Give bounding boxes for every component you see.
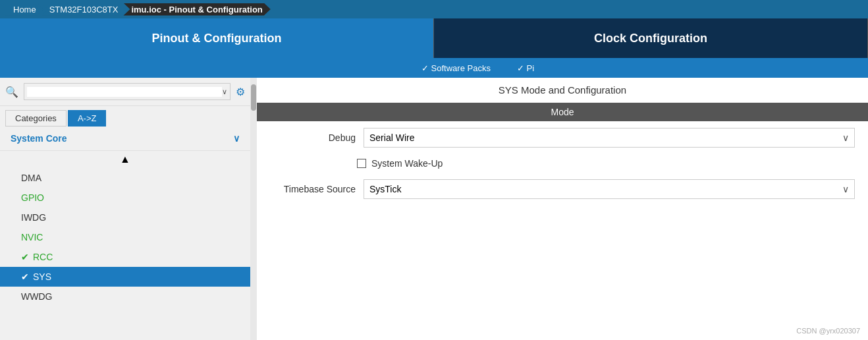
gpio-label: GPIO <box>21 192 44 203</box>
breadcrumb-device[interactable]: STM32F103C8TX <box>41 3 126 16</box>
gear-icon[interactable]: ⚙ <box>236 86 245 98</box>
search-icon: 🔍 <box>5 86 18 98</box>
timebase-chevron-icon: ∨ <box>842 184 849 194</box>
timebase-row: Timebase Source SysTick ∨ <box>257 173 868 206</box>
breadcrumb-current[interactable]: imu.ioc - Pinout & Configuration <box>123 3 270 16</box>
search-chevron-icon: ∨ <box>222 88 227 96</box>
system-core-header[interactable]: System Core ∨ <box>0 127 250 151</box>
rcc-label: RCC <box>33 252 53 262</box>
tab-categories[interactable]: Categories <box>5 110 67 127</box>
debug-select[interactable]: Serial Wire ∨ <box>364 128 855 148</box>
timebase-label: Timebase Source <box>270 184 356 194</box>
system-core-chevron-icon: ∨ <box>233 133 240 144</box>
search-input-wrap[interactable]: ∨ <box>24 83 231 100</box>
debug-row: Debug Serial Wire ∨ <box>257 121 868 154</box>
sidebar-scroll-thumb[interactable] <box>251 84 256 111</box>
search-bar: 🔍 ∨ ⚙ <box>0 78 250 106</box>
sub-tab-pi[interactable]: ✓ Pi <box>517 63 534 73</box>
list-item-dma[interactable]: DMA <box>0 168 250 188</box>
main-content: 🔍 ∨ ⚙ Categories A->Z System Core ∨ ▲ <box>0 78 868 340</box>
timebase-value: SysTick <box>369 184 401 194</box>
list-item-wwdg[interactable]: WWDG <box>0 287 250 306</box>
dma-label: DMA <box>21 173 41 183</box>
iwdg-label: IWDG <box>21 212 46 223</box>
sys-check-icon: ✔ <box>21 271 29 282</box>
category-tabs: Categories A->Z <box>0 106 250 127</box>
tab-pinout[interactable]: Pinout & Configuration <box>0 18 434 58</box>
timebase-select[interactable]: SysTick ∨ <box>364 179 855 199</box>
panel-title: SYS Mode and Configuration <box>257 78 868 103</box>
wwdg-label: WWDG <box>21 291 52 302</box>
system-wakeup-checkbox[interactable] <box>357 159 366 168</box>
breadcrumb-home[interactable]: Home <box>5 3 44 16</box>
sidebar-scrollbar[interactable] <box>250 78 257 340</box>
main-tab-bar: Pinout & Configuration Clock Configurati… <box>0 18 868 58</box>
tab-az[interactable]: A->Z <box>68 110 107 127</box>
sidebar-list: DMA GPIO IWDG NVIC ✔ RCC ✔ SYS <box>0 168 250 306</box>
list-item-gpio[interactable]: GPIO <box>0 188 250 208</box>
list-item-nvic[interactable]: NVIC <box>0 227 250 247</box>
search-input[interactable] <box>27 87 222 97</box>
scroll-up-indicator[interactable]: ▲ <box>0 151 250 168</box>
right-panel: SYS Mode and Configuration Mode Debug Se… <box>257 78 868 340</box>
system-wakeup-label: System Wake-Up <box>371 158 443 169</box>
list-item-rcc[interactable]: ✔ RCC <box>0 247 250 267</box>
watermark: CSDN @yrx020307 <box>796 327 860 335</box>
list-item-sys[interactable]: ✔ SYS <box>0 267 250 287</box>
sidebar: 🔍 ∨ ⚙ Categories A->Z System Core ∨ ▲ <box>0 78 257 340</box>
sub-tab-software-packs[interactable]: ✓ Software Packs <box>421 63 491 73</box>
debug-label: Debug <box>270 132 356 143</box>
system-wakeup-row: System Wake-Up <box>257 154 868 173</box>
tab-clock[interactable]: Clock Configuration <box>434 18 868 58</box>
breadcrumb-bar: Home STM32F103C8TX imu.ioc - Pinout & Co… <box>0 0 868 18</box>
debug-chevron-icon: ∨ <box>842 132 849 143</box>
list-item-iwdg[interactable]: IWDG <box>0 208 250 227</box>
sys-label: SYS <box>33 271 51 282</box>
rcc-check-icon: ✔ <box>21 252 29 262</box>
nvic-label: NVIC <box>21 232 43 242</box>
mode-header: Mode <box>257 103 868 121</box>
debug-value: Serial Wire <box>369 132 414 143</box>
sub-tab-bar: ✓ Software Packs ✓ Pi <box>0 58 868 78</box>
